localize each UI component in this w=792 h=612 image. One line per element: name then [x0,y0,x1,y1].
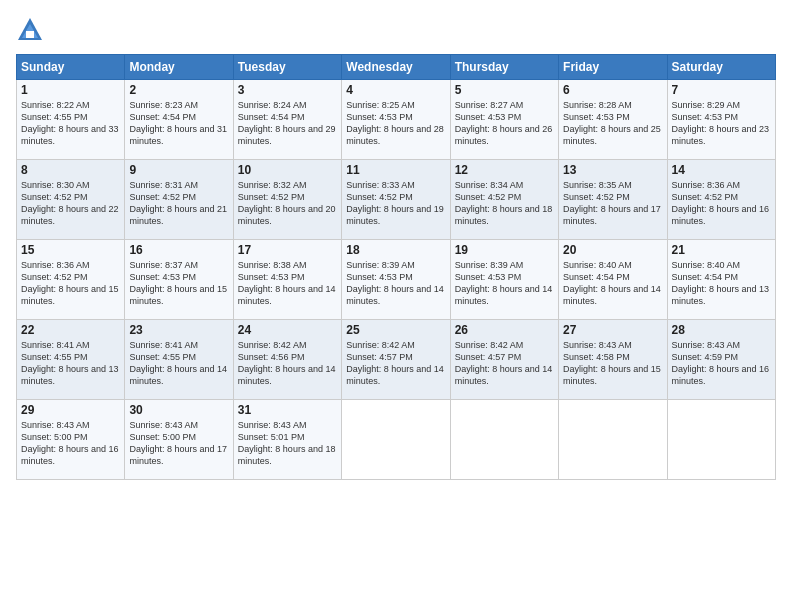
day-number: 1 [21,83,120,97]
cell-info: Sunrise: 8:24 AMSunset: 4:54 PMDaylight:… [238,100,336,146]
calendar-cell: 1Sunrise: 8:22 AMSunset: 4:55 PMDaylight… [17,80,125,160]
calendar-cell: 2Sunrise: 8:23 AMSunset: 4:54 PMDaylight… [125,80,233,160]
calendar-table: SundayMondayTuesdayWednesdayThursdayFrid… [16,54,776,480]
calendar-cell: 29Sunrise: 8:43 AMSunset: 5:00 PMDayligh… [17,400,125,480]
cell-info: Sunrise: 8:42 AMSunset: 4:57 PMDaylight:… [346,340,444,386]
day-number: 5 [455,83,554,97]
calendar-cell: 9Sunrise: 8:31 AMSunset: 4:52 PMDaylight… [125,160,233,240]
cell-info: Sunrise: 8:28 AMSunset: 4:53 PMDaylight:… [563,100,661,146]
cell-info: Sunrise: 8:43 AMSunset: 5:00 PMDaylight:… [129,420,227,466]
calendar-cell: 26Sunrise: 8:42 AMSunset: 4:57 PMDayligh… [450,320,558,400]
calendar-cell: 3Sunrise: 8:24 AMSunset: 4:54 PMDaylight… [233,80,341,160]
day-number: 3 [238,83,337,97]
header-row: SundayMondayTuesdayWednesdayThursdayFrid… [17,55,776,80]
day-number: 24 [238,323,337,337]
day-number: 17 [238,243,337,257]
day-number: 26 [455,323,554,337]
day-number: 8 [21,163,120,177]
cell-info: Sunrise: 8:41 AMSunset: 4:55 PMDaylight:… [21,340,119,386]
cell-info: Sunrise: 8:25 AMSunset: 4:53 PMDaylight:… [346,100,444,146]
day-header-friday: Friday [559,55,667,80]
day-header-monday: Monday [125,55,233,80]
day-number: 12 [455,163,554,177]
cell-info: Sunrise: 8:38 AMSunset: 4:53 PMDaylight:… [238,260,336,306]
calendar-cell: 8Sunrise: 8:30 AMSunset: 4:52 PMDaylight… [17,160,125,240]
calendar-cell: 12Sunrise: 8:34 AMSunset: 4:52 PMDayligh… [450,160,558,240]
calendar-cell: 23Sunrise: 8:41 AMSunset: 4:55 PMDayligh… [125,320,233,400]
cell-info: Sunrise: 8:22 AMSunset: 4:55 PMDaylight:… [21,100,119,146]
day-header-sunday: Sunday [17,55,125,80]
cell-info: Sunrise: 8:40 AMSunset: 4:54 PMDaylight:… [672,260,770,306]
page: SundayMondayTuesdayWednesdayThursdayFrid… [0,0,792,612]
week-row-3: 15Sunrise: 8:36 AMSunset: 4:52 PMDayligh… [17,240,776,320]
calendar-cell: 10Sunrise: 8:32 AMSunset: 4:52 PMDayligh… [233,160,341,240]
day-number: 7 [672,83,771,97]
calendar-cell: 24Sunrise: 8:42 AMSunset: 4:56 PMDayligh… [233,320,341,400]
calendar-cell: 5Sunrise: 8:27 AMSunset: 4:53 PMDaylight… [450,80,558,160]
cell-info: Sunrise: 8:43 AMSunset: 5:00 PMDaylight:… [21,420,119,466]
day-number: 6 [563,83,662,97]
day-number: 16 [129,243,228,257]
day-number: 23 [129,323,228,337]
cell-info: Sunrise: 8:32 AMSunset: 4:52 PMDaylight:… [238,180,336,226]
calendar-cell: 13Sunrise: 8:35 AMSunset: 4:52 PMDayligh… [559,160,667,240]
cell-info: Sunrise: 8:33 AMSunset: 4:52 PMDaylight:… [346,180,444,226]
calendar-cell: 11Sunrise: 8:33 AMSunset: 4:52 PMDayligh… [342,160,450,240]
cell-info: Sunrise: 8:41 AMSunset: 4:55 PMDaylight:… [129,340,227,386]
day-number: 27 [563,323,662,337]
week-row-5: 29Sunrise: 8:43 AMSunset: 5:00 PMDayligh… [17,400,776,480]
calendar-cell: 21Sunrise: 8:40 AMSunset: 4:54 PMDayligh… [667,240,775,320]
calendar-cell: 22Sunrise: 8:41 AMSunset: 4:55 PMDayligh… [17,320,125,400]
day-number: 9 [129,163,228,177]
calendar-cell: 27Sunrise: 8:43 AMSunset: 4:58 PMDayligh… [559,320,667,400]
day-header-thursday: Thursday [450,55,558,80]
cell-info: Sunrise: 8:35 AMSunset: 4:52 PMDaylight:… [563,180,661,226]
cell-info: Sunrise: 8:40 AMSunset: 4:54 PMDaylight:… [563,260,661,306]
day-header-saturday: Saturday [667,55,775,80]
day-number: 10 [238,163,337,177]
calendar-cell [559,400,667,480]
cell-info: Sunrise: 8:37 AMSunset: 4:53 PMDaylight:… [129,260,227,306]
calendar-cell: 6Sunrise: 8:28 AMSunset: 4:53 PMDaylight… [559,80,667,160]
cell-info: Sunrise: 8:29 AMSunset: 4:53 PMDaylight:… [672,100,770,146]
cell-info: Sunrise: 8:43 AMSunset: 5:01 PMDaylight:… [238,420,336,466]
calendar-cell: 28Sunrise: 8:43 AMSunset: 4:59 PMDayligh… [667,320,775,400]
calendar-cell: 7Sunrise: 8:29 AMSunset: 4:53 PMDaylight… [667,80,775,160]
day-number: 4 [346,83,445,97]
day-number: 21 [672,243,771,257]
calendar-cell: 31Sunrise: 8:43 AMSunset: 5:01 PMDayligh… [233,400,341,480]
cell-info: Sunrise: 8:42 AMSunset: 4:57 PMDaylight:… [455,340,553,386]
day-number: 11 [346,163,445,177]
cell-info: Sunrise: 8:23 AMSunset: 4:54 PMDaylight:… [129,100,227,146]
cell-info: Sunrise: 8:27 AMSunset: 4:53 PMDaylight:… [455,100,553,146]
calendar-cell: 18Sunrise: 8:39 AMSunset: 4:53 PMDayligh… [342,240,450,320]
calendar-cell: 20Sunrise: 8:40 AMSunset: 4:54 PMDayligh… [559,240,667,320]
day-number: 18 [346,243,445,257]
day-number: 19 [455,243,554,257]
cell-info: Sunrise: 8:39 AMSunset: 4:53 PMDaylight:… [346,260,444,306]
week-row-1: 1Sunrise: 8:22 AMSunset: 4:55 PMDaylight… [17,80,776,160]
calendar-cell: 16Sunrise: 8:37 AMSunset: 4:53 PMDayligh… [125,240,233,320]
day-number: 2 [129,83,228,97]
calendar-cell: 4Sunrise: 8:25 AMSunset: 4:53 PMDaylight… [342,80,450,160]
week-row-2: 8Sunrise: 8:30 AMSunset: 4:52 PMDaylight… [17,160,776,240]
day-number: 14 [672,163,771,177]
day-number: 20 [563,243,662,257]
cell-info: Sunrise: 8:30 AMSunset: 4:52 PMDaylight:… [21,180,119,226]
cell-info: Sunrise: 8:43 AMSunset: 4:59 PMDaylight:… [672,340,770,386]
logo-icon [16,16,44,44]
day-number: 22 [21,323,120,337]
calendar-cell: 14Sunrise: 8:36 AMSunset: 4:52 PMDayligh… [667,160,775,240]
day-number: 15 [21,243,120,257]
logo [16,16,48,44]
cell-info: Sunrise: 8:43 AMSunset: 4:58 PMDaylight:… [563,340,661,386]
calendar-cell: 19Sunrise: 8:39 AMSunset: 4:53 PMDayligh… [450,240,558,320]
day-number: 29 [21,403,120,417]
calendar-cell: 25Sunrise: 8:42 AMSunset: 4:57 PMDayligh… [342,320,450,400]
calendar-cell: 15Sunrise: 8:36 AMSunset: 4:52 PMDayligh… [17,240,125,320]
day-number: 31 [238,403,337,417]
calendar-cell [450,400,558,480]
cell-info: Sunrise: 8:36 AMSunset: 4:52 PMDaylight:… [672,180,770,226]
svg-rect-2 [26,31,34,38]
cell-info: Sunrise: 8:34 AMSunset: 4:52 PMDaylight:… [455,180,553,226]
